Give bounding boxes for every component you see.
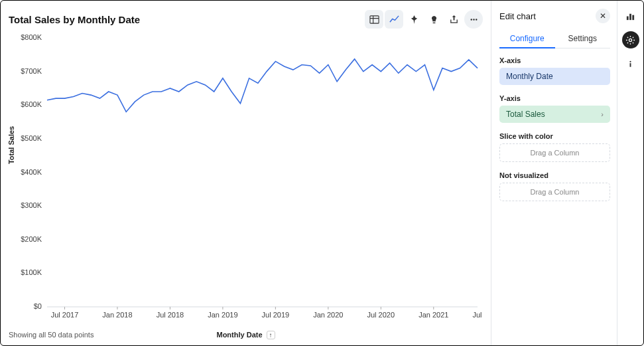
line-chart-icon <box>389 15 399 25</box>
right-rail <box>617 1 643 345</box>
svg-text:$800K: $800K <box>21 33 42 41</box>
line-chart[interactable]: $0$100K$200K$300K$400K$500K$600K$700K$80… <box>9 33 483 325</box>
svg-text:$500K: $500K <box>21 134 42 142</box>
svg-point-4 <box>470 19 472 20</box>
svg-text:$0: $0 <box>34 302 42 310</box>
notviz-label: Not visualized <box>499 171 610 179</box>
share-button[interactable] <box>444 10 463 29</box>
svg-rect-36 <box>629 13 631 19</box>
svg-text:$400K: $400K <box>21 168 42 176</box>
slice-label: Slice with color <box>499 132 610 140</box>
bar-chart-icon <box>625 11 635 21</box>
svg-rect-3 <box>432 22 435 23</box>
rail-chart-button[interactable] <box>622 7 639 25</box>
x-axis-title: Monthly Date <box>216 331 262 339</box>
rail-info-button[interactable] <box>622 55 639 72</box>
notviz-dropzone[interactable]: Drag a Column <box>499 183 610 201</box>
yaxis-value: Total Sales <box>506 110 545 119</box>
close-button[interactable]: ✕ <box>596 9 610 23</box>
svg-text:$200K: $200K <box>21 235 42 243</box>
edit-panel: Edit chart ✕ Configure Settings X-axis M… <box>491 1 617 345</box>
svg-text:$100K: $100K <box>21 268 42 276</box>
gear-icon <box>625 35 635 45</box>
svg-rect-35 <box>627 16 629 20</box>
svg-text:Jan 2020: Jan 2020 <box>313 311 343 319</box>
more-icon <box>469 15 479 25</box>
svg-text:$600K: $600K <box>21 100 42 108</box>
slice-dropzone[interactable]: Drag a Column <box>499 143 610 162</box>
table-icon <box>369 15 379 25</box>
insight-button[interactable] <box>424 10 443 29</box>
xaxis-label: X-axis <box>499 56 610 64</box>
bulb-icon <box>429 15 439 25</box>
sort-button[interactable]: ↑ <box>267 331 275 339</box>
svg-text:Jul 2018: Jul 2018 <box>157 311 184 319</box>
footer-text: Showing all 50 data points <box>9 331 94 339</box>
svg-text:$300K: $300K <box>21 201 42 209</box>
svg-text:Jul 2017: Jul 2017 <box>51 311 79 319</box>
svg-text:Jul 2019: Jul 2019 <box>262 311 290 319</box>
rail-settings-button[interactable] <box>622 31 639 48</box>
chart-toolbar <box>365 10 483 29</box>
xaxis-pill[interactable]: Monthly Date <box>499 68 610 85</box>
svg-point-38 <box>629 39 631 41</box>
pin-icon <box>409 15 419 25</box>
info-icon <box>625 59 635 69</box>
yaxis-label: Y-axis <box>499 94 610 102</box>
chart-area: Total Sales $0$100K$200K$300K$400K$500K$… <box>9 33 483 325</box>
svg-rect-40 <box>630 63 631 67</box>
svg-rect-37 <box>632 15 634 20</box>
chart-title: Total Sales by Monthly Date <box>9 14 140 25</box>
tab-settings[interactable]: Settings <box>555 30 611 48</box>
svg-text:$700K: $700K <box>21 67 42 75</box>
svg-point-5 <box>473 19 474 20</box>
yaxis-pill[interactable]: Total Sales› <box>499 106 610 123</box>
tab-configure[interactable]: Configure <box>499 30 555 48</box>
svg-text:Jan 2018: Jan 2018 <box>102 311 132 319</box>
panel-title: Edit chart <box>499 11 536 21</box>
svg-text:Jul 2020: Jul 2020 <box>367 311 395 319</box>
pin-button[interactable] <box>405 10 423 29</box>
svg-rect-0 <box>369 15 378 23</box>
chevron-right-icon: › <box>601 110 604 118</box>
svg-point-6 <box>476 19 477 20</box>
svg-text:Jan 2019: Jan 2019 <box>208 311 237 319</box>
svg-text:Jul 2021: Jul 2021 <box>472 311 483 319</box>
table-view-button[interactable] <box>365 10 383 29</box>
chart-view-button[interactable] <box>385 10 403 29</box>
more-button[interactable] <box>464 10 483 29</box>
share-icon <box>449 15 459 25</box>
xaxis-value: Monthly Date <box>506 72 553 81</box>
svg-point-39 <box>629 60 631 62</box>
svg-text:Jan 2021: Jan 2021 <box>419 311 448 319</box>
